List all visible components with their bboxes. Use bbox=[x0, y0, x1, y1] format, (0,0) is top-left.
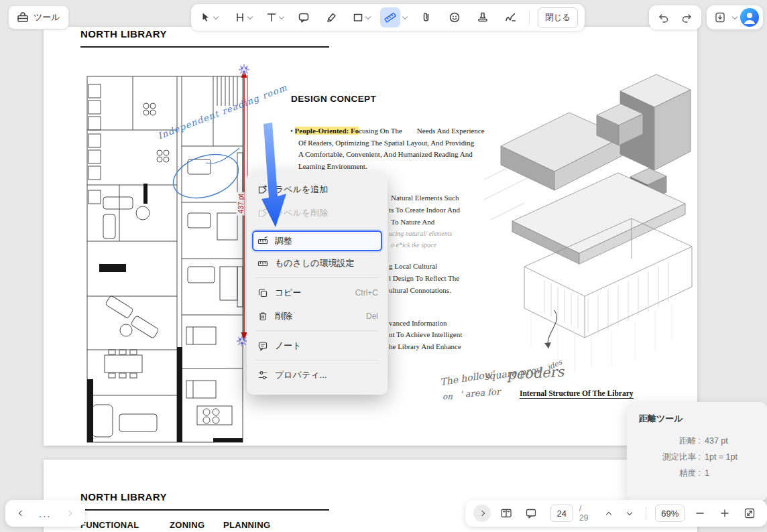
text-fragment: vanced Information bbox=[389, 319, 447, 327]
markup-tool-button[interactable] bbox=[232, 7, 254, 27]
page2-title: NORTH LIBRARY bbox=[80, 491, 167, 503]
fit-page-icon bbox=[744, 507, 756, 519]
scale-label: 測定比率 : bbox=[646, 449, 705, 465]
menu-item-shortcut: Del bbox=[366, 312, 378, 321]
close-button[interactable]: 閉じる bbox=[538, 7, 578, 28]
measure-handle-top[interactable] bbox=[239, 64, 249, 75]
text-fragment: l Design To Reflect The bbox=[389, 274, 459, 282]
menu-item-label: ものさしの環境設定 bbox=[275, 257, 355, 269]
chevron-left-icon bbox=[19, 511, 24, 516]
menu-item-note[interactable]: ノート bbox=[247, 334, 388, 357]
next-page-button[interactable] bbox=[622, 504, 637, 523]
save-button[interactable] bbox=[711, 8, 729, 27]
design-concept-paragraph: • People-Oriented: Focusing On The Needs… bbox=[290, 125, 485, 172]
plus-icon bbox=[719, 507, 731, 519]
footer-separator bbox=[646, 507, 646, 519]
measure-length-label: 437 pt bbox=[237, 192, 245, 215]
menu-item-label: プロパティ... bbox=[275, 369, 327, 381]
trash-icon bbox=[257, 311, 268, 322]
menu-item-label: コピー bbox=[275, 287, 302, 299]
chevron-down-icon[interactable] bbox=[402, 13, 408, 19]
menu-item-label: 調整 bbox=[275, 235, 292, 247]
toolbar-separator bbox=[529, 10, 530, 25]
page-number-input[interactable]: 24 bbox=[550, 505, 573, 522]
user-icon bbox=[740, 8, 759, 27]
attachment-tool-button[interactable] bbox=[416, 7, 436, 27]
sticker-icon bbox=[449, 11, 461, 23]
expand-panel-button[interactable] bbox=[473, 505, 491, 522]
shape-square-icon bbox=[352, 11, 364, 23]
save-icon bbox=[714, 11, 726, 23]
menu-item-label: 削除 bbox=[275, 310, 292, 322]
paragraph-line: Of Readers, Optimizing The Spatial Layou… bbox=[290, 137, 485, 149]
page-controls-bar: 24 / 29 69% bbox=[465, 500, 767, 527]
menu-item-ruler-settings[interactable]: ものさしの環境設定 bbox=[247, 251, 388, 275]
annotation-toolbar: 閉じる bbox=[191, 4, 585, 31]
zoom-level-button[interactable]: 69% bbox=[655, 505, 685, 522]
toolbox-icon bbox=[17, 11, 29, 23]
text-icon bbox=[266, 11, 278, 23]
text-fragment: nt To Achieve Intelligent bbox=[389, 330, 462, 338]
properties-sliders-icon bbox=[257, 370, 268, 381]
avatar[interactable] bbox=[740, 8, 759, 27]
text-fragment: Natural Elements Such bbox=[391, 194, 459, 202]
note-icon bbox=[257, 340, 268, 351]
previous-page-button[interactable] bbox=[601, 504, 616, 523]
chevron-down-icon bbox=[247, 13, 253, 19]
highlighter-icon bbox=[326, 11, 338, 23]
page1-title-underline bbox=[80, 46, 329, 48]
distance-value: 437 pt bbox=[705, 433, 756, 449]
comment-list-button[interactable] bbox=[522, 504, 540, 523]
blue-arrow-pointer bbox=[255, 119, 295, 233]
precision-label: 精度 : bbox=[646, 465, 705, 481]
distance-label: 距離 : bbox=[646, 433, 705, 449]
stamp-tool-button[interactable] bbox=[473, 7, 493, 27]
figure-caption: Internal Structure Of The Library bbox=[520, 389, 634, 399]
minus-icon bbox=[694, 507, 706, 519]
zoom-in-button[interactable] bbox=[715, 504, 734, 523]
undo-button[interactable] bbox=[654, 8, 673, 27]
comment-tool-button[interactable] bbox=[294, 7, 314, 27]
chevron-down-icon[interactable] bbox=[732, 13, 738, 19]
forward-button[interactable] bbox=[62, 504, 76, 523]
save-account-group bbox=[707, 5, 763, 29]
page2-word: FUNCTIONAL bbox=[80, 520, 139, 530]
page1-title: NORTH LIBRARY bbox=[80, 28, 167, 40]
chevron-down-icon bbox=[365, 13, 371, 19]
fit-page-button[interactable] bbox=[740, 504, 759, 523]
letter-h-icon bbox=[234, 11, 246, 23]
page2-title-underline bbox=[80, 509, 329, 511]
select-tool-button[interactable] bbox=[198, 7, 220, 27]
menu-item-adjust[interactable]: 調整 bbox=[252, 230, 382, 251]
distance-panel-title: 距離ツール bbox=[639, 413, 756, 425]
menu-item-copy[interactable]: コピー Ctrl+C bbox=[247, 281, 388, 304]
measure-tool-button[interactable] bbox=[380, 7, 400, 27]
zoom-out-button[interactable] bbox=[691, 504, 709, 523]
reader-mode-button[interactable] bbox=[497, 504, 516, 523]
highlighter-tool-button[interactable] bbox=[322, 7, 342, 27]
text-fragment: he Library And Enhance bbox=[389, 342, 461, 350]
chevron-down-icon bbox=[213, 13, 219, 19]
redo-button[interactable] bbox=[677, 8, 696, 27]
menu-divider bbox=[256, 277, 378, 278]
architecture-3d-drawing bbox=[477, 46, 700, 384]
text-tool-button[interactable] bbox=[263, 7, 286, 27]
scale-value: 1pt = 1pt bbox=[705, 449, 756, 465]
sticker-tool-button[interactable] bbox=[445, 7, 465, 27]
ruler-settings-icon bbox=[257, 258, 268, 269]
tools-button[interactable]: ツール bbox=[8, 5, 69, 29]
menu-item-properties[interactable]: プロパティ... bbox=[247, 363, 388, 387]
back-button[interactable] bbox=[15, 504, 28, 523]
distance-row: 距離 :437 pt bbox=[646, 433, 756, 449]
design-concept-heading: DESIGN CONCEPT bbox=[291, 94, 376, 104]
paragraph-line: A Comfortable, Convenient, And Humanized… bbox=[290, 149, 485, 161]
measure-handle-bottom[interactable] bbox=[237, 336, 247, 346]
redo-icon bbox=[681, 11, 693, 23]
more-button[interactable]: ... bbox=[39, 508, 52, 519]
signature-tool-button[interactable] bbox=[501, 7, 521, 27]
script-text: on bbox=[442, 392, 453, 401]
shape-tool-button[interactable] bbox=[350, 7, 372, 27]
menu-item-delete[interactable]: 削除 Del bbox=[247, 304, 388, 328]
highlighted-bold-text: People-Oriented: Fo bbox=[295, 127, 359, 135]
precision-row: 精度 :1 bbox=[646, 465, 756, 481]
